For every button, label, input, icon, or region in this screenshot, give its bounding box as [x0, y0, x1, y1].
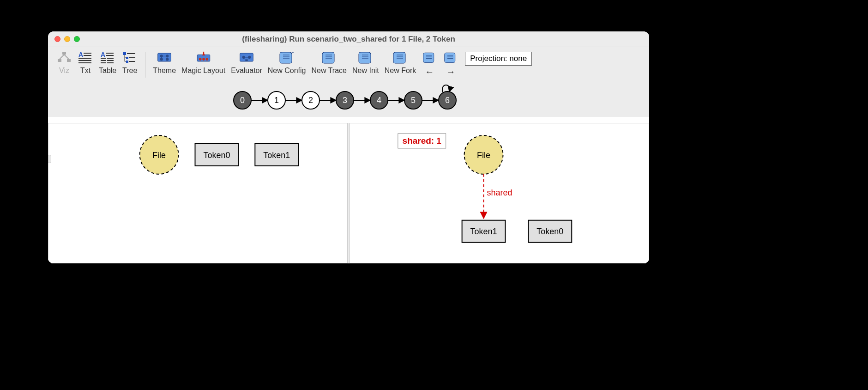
tree-list-icon: [122, 51, 138, 64]
svg-text:Token0: Token0: [536, 227, 563, 236]
trace-row: 0 1 2 3: [54, 81, 644, 116]
txt-button[interactable]: A Txt: [75, 49, 96, 79]
svg-point-37: [199, 58, 202, 61]
svg-point-39: [205, 58, 208, 61]
theme-icon: [157, 51, 172, 64]
file-node[interactable]: File: [140, 135, 179, 174]
table-icon: A: [100, 51, 115, 64]
trace-node-1[interactable]: 1: [268, 91, 285, 109]
svg-point-43: [242, 56, 245, 59]
content-area: File Token0 Token1: [48, 123, 649, 263]
svg-text:3: 3: [343, 96, 347, 105]
app-window: (filesharing) Run scenario_two_shared fo…: [48, 31, 649, 263]
token0-node[interactable]: Token0: [528, 220, 572, 243]
scroll-icon: [422, 51, 437, 64]
svg-text:6: 6: [445, 96, 450, 105]
scroll-icon: [321, 51, 337, 64]
trace-node-0[interactable]: 0: [234, 91, 251, 109]
svg-text:File: File: [477, 151, 490, 160]
svg-point-33: [166, 58, 169, 61]
svg-line-3: [60, 55, 64, 59]
scroll-icon: [279, 51, 295, 64]
svg-text:Token0: Token0: [203, 151, 230, 160]
close-icon[interactable]: [54, 36, 60, 42]
new-config-button[interactable]: New Config: [265, 49, 309, 79]
window-controls: [54, 36, 80, 42]
svg-point-38: [202, 58, 205, 61]
svg-rect-29: [158, 53, 171, 61]
scroll-icon: [392, 51, 408, 64]
scroll-icon: [443, 51, 458, 64]
svg-rect-2: [67, 59, 71, 62]
svg-text:2: 2: [308, 96, 313, 105]
svg-point-44: [248, 56, 251, 59]
svg-text:Token1: Token1: [470, 227, 497, 236]
svg-text:File: File: [152, 151, 166, 160]
trace-node-4[interactable]: 4: [370, 91, 388, 109]
svg-rect-41: [203, 52, 204, 54]
svg-text:A: A: [101, 51, 105, 58]
tree-button[interactable]: Tree: [119, 49, 140, 79]
svg-rect-22: [126, 57, 128, 59]
toolbar-separator: [145, 52, 145, 78]
svg-point-31: [166, 55, 169, 57]
theme-button[interactable]: Theme: [150, 49, 179, 79]
text-lines-icon: A: [78, 51, 93, 64]
svg-text:4: 4: [377, 96, 381, 105]
svg-text:shared: 1: shared: 1: [403, 136, 442, 146]
evaluator-icon: [239, 51, 254, 64]
svg-rect-20: [123, 52, 126, 55]
trace-node-2[interactable]: 2: [302, 91, 319, 109]
prev-button[interactable]: ←: [419, 49, 440, 81]
evaluator-button[interactable]: Evaluator: [228, 49, 265, 79]
projection-selector[interactable]: Projection: none: [465, 52, 532, 66]
zoom-icon[interactable]: [74, 36, 80, 42]
tree-graph-icon: [56, 51, 72, 64]
token1-node[interactable]: Token1: [462, 220, 506, 243]
svg-line-4: [64, 55, 69, 59]
svg-text:5: 5: [411, 96, 416, 105]
svg-text:1: 1: [274, 96, 279, 105]
svg-text:0: 0: [240, 96, 245, 105]
svg-rect-46: [245, 59, 247, 61]
next-button[interactable]: →: [440, 49, 461, 81]
right-pane[interactable]: shared: 1 File shared Token1 Token0: [350, 123, 649, 263]
svg-point-30: [160, 55, 163, 57]
trace-node-3[interactable]: 3: [336, 91, 354, 109]
table-button[interactable]: A Table: [96, 49, 119, 79]
minimize-icon[interactable]: [64, 36, 70, 42]
edge-label: shared: [487, 188, 512, 197]
window-title: (filesharing) Run scenario_two_shared fo…: [48, 35, 649, 44]
token0-node[interactable]: Token0: [195, 144, 239, 166]
svg-rect-0: [62, 52, 66, 55]
svg-text:A: A: [78, 51, 83, 58]
svg-text:Token1: Token1: [263, 151, 290, 160]
left-pane[interactable]: File Token0 Token1: [48, 123, 348, 263]
magic-layout-icon: [196, 51, 211, 64]
svg-rect-24: [126, 61, 128, 63]
token1-node[interactable]: Token1: [255, 144, 298, 166]
titlebar: (filesharing) Run scenario_two_shared fo…: [48, 31, 649, 47]
new-init-button[interactable]: New Init: [350, 49, 382, 79]
shared-box: shared: 1: [398, 134, 446, 148]
scroll-icon: [358, 51, 374, 64]
magic-layout-button[interactable]: Magic Layout: [179, 49, 228, 79]
trace-node-6[interactable]: 6: [439, 91, 456, 109]
svg-point-32: [160, 58, 163, 61]
file-node[interactable]: File: [464, 135, 503, 174]
trace-node-5[interactable]: 5: [404, 91, 422, 109]
svg-rect-1: [58, 59, 61, 62]
toolbar: Viz A Txt: [48, 47, 649, 116]
new-fork-button[interactable]: New Fork: [382, 49, 419, 79]
collapse-handle-icon[interactable]: [48, 155, 51, 163]
viz-button[interactable]: Viz: [54, 49, 75, 79]
new-trace-button[interactable]: New Trace: [309, 49, 350, 79]
